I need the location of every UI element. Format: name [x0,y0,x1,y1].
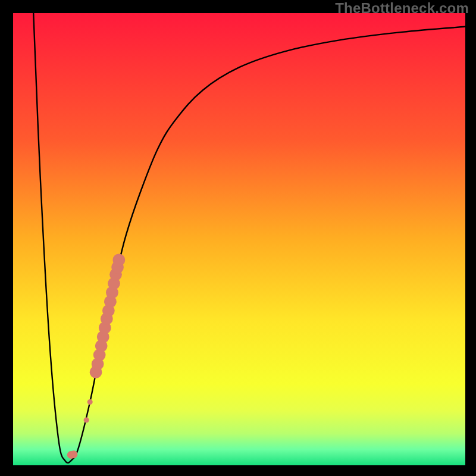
chart-frame: TheBottleneck.com [0,0,476,476]
marker-dot [112,254,125,267]
marker-dot [70,450,77,458]
marker-dot [87,399,93,405]
marker-dot [84,417,89,422]
gradient-background [13,13,465,465]
chart-svg [13,13,465,465]
watermark-text: TheBottleneck.com [335,0,469,17]
plot-area [13,13,465,465]
